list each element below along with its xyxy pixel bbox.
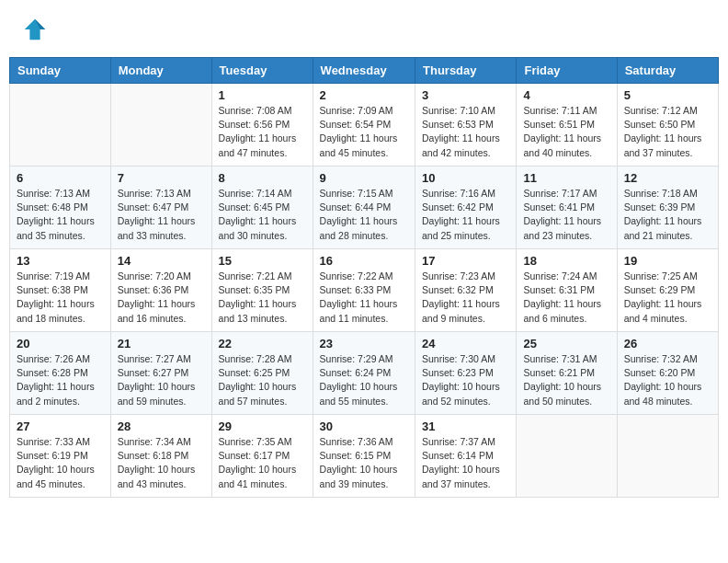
calendar-cell: 24Sunrise: 7:30 AMSunset: 6:23 PMDayligh…	[415, 332, 517, 415]
day-number: 2	[320, 88, 408, 102]
day-number: 10	[422, 171, 509, 185]
day-number: 1	[219, 88, 306, 102]
day-detail: Sunrise: 7:15 AMSunset: 6:44 PMDaylight:…	[320, 187, 408, 243]
day-number: 4	[523, 88, 609, 102]
calendar-wrapper: SundayMondayTuesdayWednesdayThursdayFrid…	[0, 57, 728, 507]
calendar-cell	[617, 415, 718, 498]
day-number: 6	[17, 171, 104, 185]
calendar-cell: 31Sunrise: 7:37 AMSunset: 6:14 PMDayligh…	[415, 415, 517, 498]
day-number: 29	[219, 419, 306, 433]
calendar-cell: 7Sunrise: 7:13 AMSunset: 6:47 PMDaylight…	[110, 167, 211, 249]
calendar-cell: 2Sunrise: 7:09 AMSunset: 6:54 PMDaylight…	[313, 84, 415, 167]
day-detail: Sunrise: 7:17 AMSunset: 6:41 PMDaylight:…	[523, 187, 609, 243]
calendar-cell: 9Sunrise: 7:15 AMSunset: 6:44 PMDaylight…	[313, 167, 415, 249]
calendar-cell	[10, 84, 111, 167]
day-detail: Sunrise: 7:36 AMSunset: 6:15 PMDaylight:…	[320, 435, 408, 491]
day-detail: Sunrise: 7:18 AMSunset: 6:39 PMDaylight:…	[624, 187, 711, 243]
day-number: 9	[320, 171, 408, 185]
day-detail: Sunrise: 7:31 AMSunset: 6:21 PMDaylight:…	[523, 352, 609, 408]
calendar-cell: 13Sunrise: 7:19 AMSunset: 6:38 PMDayligh…	[10, 249, 111, 332]
day-detail: Sunrise: 7:33 AMSunset: 6:19 PMDaylight:…	[17, 435, 104, 491]
calendar-cell: 4Sunrise: 7:11 AMSunset: 6:51 PMDaylight…	[517, 84, 617, 167]
calendar-cell: 15Sunrise: 7:21 AMSunset: 6:35 PMDayligh…	[211, 249, 313, 332]
day-number: 14	[118, 254, 205, 268]
day-number: 27	[17, 419, 104, 433]
day-number: 3	[422, 88, 509, 102]
day-number: 11	[523, 171, 609, 185]
calendar-cell: 16Sunrise: 7:22 AMSunset: 6:33 PMDayligh…	[313, 249, 415, 332]
calendar-cell: 14Sunrise: 7:20 AMSunset: 6:36 PMDayligh…	[110, 249, 211, 332]
day-detail: Sunrise: 7:32 AMSunset: 6:20 PMDaylight:…	[624, 352, 711, 408]
day-detail: Sunrise: 7:29 AMSunset: 6:24 PMDaylight:…	[320, 352, 408, 408]
calendar-cell: 6Sunrise: 7:13 AMSunset: 6:48 PMDaylight…	[10, 167, 111, 249]
weekday-header-thursday: Thursday	[415, 58, 517, 84]
day-number: 15	[219, 254, 306, 268]
day-number: 18	[523, 254, 609, 268]
weekday-header-monday: Monday	[110, 58, 211, 84]
calendar-week-row: 20Sunrise: 7:26 AMSunset: 6:28 PMDayligh…	[10, 332, 719, 415]
calendar-cell: 26Sunrise: 7:32 AMSunset: 6:20 PMDayligh…	[617, 332, 718, 415]
day-number: 23	[320, 337, 408, 350]
weekday-header-tuesday: Tuesday	[211, 58, 313, 84]
calendar-cell: 12Sunrise: 7:18 AMSunset: 6:39 PMDayligh…	[617, 167, 718, 249]
day-number: 17	[422, 254, 509, 268]
calendar-cell: 27Sunrise: 7:33 AMSunset: 6:19 PMDayligh…	[10, 415, 111, 498]
day-detail: Sunrise: 7:22 AMSunset: 6:33 PMDaylight:…	[320, 270, 408, 326]
day-number: 16	[320, 254, 408, 268]
weekday-header-wednesday: Wednesday	[313, 58, 415, 84]
day-number: 8	[219, 171, 306, 185]
day-detail: Sunrise: 7:28 AMSunset: 6:25 PMDaylight:…	[219, 352, 306, 408]
calendar-cell: 19Sunrise: 7:25 AMSunset: 6:29 PMDayligh…	[617, 249, 718, 332]
calendar-cell: 1Sunrise: 7:08 AMSunset: 6:56 PMDaylight…	[211, 84, 313, 167]
day-number: 28	[118, 419, 205, 433]
calendar-cell: 21Sunrise: 7:27 AMSunset: 6:27 PMDayligh…	[110, 332, 211, 415]
calendar-week-row: 6Sunrise: 7:13 AMSunset: 6:48 PMDaylight…	[10, 167, 719, 249]
day-detail: Sunrise: 7:35 AMSunset: 6:17 PMDaylight:…	[219, 435, 306, 491]
day-number: 31	[422, 419, 509, 433]
calendar-table: SundayMondayTuesdayWednesdayThursdayFrid…	[9, 57, 719, 498]
day-number: 22	[219, 337, 306, 350]
day-detail: Sunrise: 7:26 AMSunset: 6:28 PMDaylight:…	[17, 352, 104, 408]
day-detail: Sunrise: 7:13 AMSunset: 6:47 PMDaylight:…	[118, 187, 205, 243]
calendar-cell: 18Sunrise: 7:24 AMSunset: 6:31 PMDayligh…	[517, 249, 617, 332]
day-detail: Sunrise: 7:19 AMSunset: 6:38 PMDaylight:…	[17, 270, 104, 326]
day-detail: Sunrise: 7:09 AMSunset: 6:54 PMDaylight:…	[320, 104, 408, 160]
day-number: 30	[320, 419, 408, 433]
calendar-cell: 29Sunrise: 7:35 AMSunset: 6:17 PMDayligh…	[211, 415, 313, 498]
calendar-cell: 10Sunrise: 7:16 AMSunset: 6:42 PMDayligh…	[415, 167, 517, 249]
day-detail: Sunrise: 7:37 AMSunset: 6:14 PMDaylight:…	[422, 435, 509, 491]
day-number: 21	[118, 337, 205, 350]
day-detail: Sunrise: 7:27 AMSunset: 6:27 PMDaylight:…	[118, 352, 205, 408]
day-detail: Sunrise: 7:21 AMSunset: 6:35 PMDaylight:…	[219, 270, 306, 326]
day-number: 5	[624, 88, 711, 102]
day-detail: Sunrise: 7:10 AMSunset: 6:53 PMDaylight:…	[422, 104, 509, 160]
day-detail: Sunrise: 7:16 AMSunset: 6:42 PMDaylight:…	[422, 187, 509, 243]
calendar-cell: 22Sunrise: 7:28 AMSunset: 6:25 PMDayligh…	[211, 332, 313, 415]
day-number: 26	[624, 337, 711, 350]
day-detail: Sunrise: 7:34 AMSunset: 6:18 PMDaylight:…	[118, 435, 205, 491]
day-detail: Sunrise: 7:13 AMSunset: 6:48 PMDaylight:…	[17, 187, 104, 243]
calendar-cell: 11Sunrise: 7:17 AMSunset: 6:41 PMDayligh…	[517, 167, 617, 249]
day-number: 19	[624, 254, 711, 268]
day-detail: Sunrise: 7:25 AMSunset: 6:29 PMDaylight:…	[624, 270, 711, 326]
day-detail: Sunrise: 7:12 AMSunset: 6:50 PMDaylight:…	[624, 104, 711, 160]
calendar-week-row: 13Sunrise: 7:19 AMSunset: 6:38 PMDayligh…	[10, 249, 719, 332]
weekday-header-saturday: Saturday	[617, 58, 718, 84]
day-number: 25	[523, 337, 609, 350]
calendar-cell: 3Sunrise: 7:10 AMSunset: 6:53 PMDaylight…	[415, 84, 517, 167]
calendar-week-row: 27Sunrise: 7:33 AMSunset: 6:19 PMDayligh…	[10, 415, 719, 498]
calendar-cell: 8Sunrise: 7:14 AMSunset: 6:45 PMDaylight…	[211, 167, 313, 249]
day-number: 12	[624, 171, 711, 185]
day-number: 24	[422, 337, 509, 350]
logo-icon	[22, 17, 48, 42]
calendar-cell	[110, 84, 211, 167]
calendar-cell: 20Sunrise: 7:26 AMSunset: 6:28 PMDayligh…	[10, 332, 111, 415]
calendar-cell	[517, 415, 617, 498]
day-detail: Sunrise: 7:23 AMSunset: 6:32 PMDaylight:…	[422, 270, 509, 326]
calendar-header-row: SundayMondayTuesdayWednesdayThursdayFrid…	[10, 58, 719, 84]
page-header	[0, 0, 728, 57]
calendar-week-row: 1Sunrise: 7:08 AMSunset: 6:56 PMDaylight…	[10, 84, 719, 167]
weekday-header-sunday: Sunday	[10, 58, 111, 84]
day-number: 20	[17, 337, 104, 350]
day-detail: Sunrise: 7:14 AMSunset: 6:45 PMDaylight:…	[219, 187, 306, 243]
